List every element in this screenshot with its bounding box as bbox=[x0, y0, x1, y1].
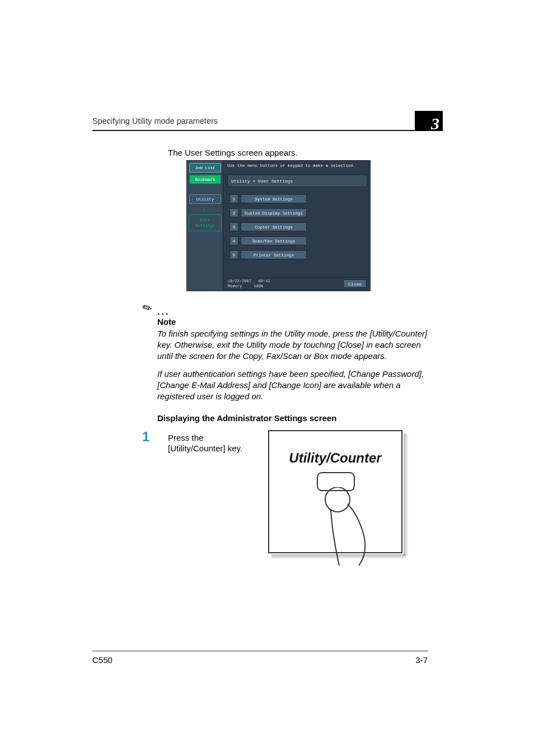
footer-rule bbox=[92, 651, 428, 651]
item-label: Copier Settings bbox=[241, 222, 307, 231]
memory-label: Memory bbox=[228, 284, 242, 288]
user-settings-button[interactable]: User Settings bbox=[189, 214, 222, 231]
note-icon: ✎ bbox=[139, 300, 154, 316]
illustration-shadow bbox=[404, 433, 409, 556]
bookmark-button[interactable]: Bookmark bbox=[189, 175, 221, 184]
screenshot-sidebar: Job List Bookmark Utility ↓ User Setting… bbox=[187, 161, 223, 291]
illustration-shadow bbox=[271, 554, 406, 559]
item-number: 4 bbox=[229, 236, 238, 245]
memory-value: 100% bbox=[254, 284, 263, 288]
header-rule bbox=[92, 130, 428, 131]
screenshot-footer: 10/22/2007 09:42 Memory 100% Close bbox=[223, 277, 370, 291]
item-label: System Settings bbox=[241, 194, 307, 203]
item-number: 3 bbox=[229, 222, 238, 231]
item-number: 1 bbox=[229, 194, 238, 203]
device-screenshot: Job List Bookmark Utility ↓ User Setting… bbox=[186, 160, 371, 291]
note-dots: ... bbox=[157, 307, 170, 317]
running-header: Specifying Utility mode parameters bbox=[92, 116, 428, 125]
utility-button[interactable]: Utility bbox=[189, 194, 221, 204]
note-paragraph-1: To finish specifying settings in the Uti… bbox=[157, 328, 429, 362]
note-paragraph-2: If user authentication settings have bee… bbox=[157, 368, 429, 402]
chapter-badge: 3 bbox=[415, 111, 443, 131]
down-arrow-icon: ↓ bbox=[203, 207, 206, 213]
time-value: 09:42 bbox=[259, 279, 270, 283]
item-number: 5 bbox=[229, 250, 238, 259]
date-value: 10/22/2007 bbox=[228, 279, 251, 283]
utility-counter-illustration: Utility/Counter bbox=[268, 430, 402, 553]
breadcrumb: Utility > User Settings bbox=[227, 175, 367, 187]
step-number: 1 bbox=[142, 429, 149, 445]
hand-press-icon bbox=[320, 487, 387, 566]
subheading: Displaying the Administrator Settings sc… bbox=[157, 413, 336, 423]
footer-left: C550 bbox=[92, 655, 113, 665]
illustration-title: Utility/Counter bbox=[269, 450, 401, 466]
item-label: Scan/Fax Settings bbox=[241, 236, 307, 245]
svg-point-1 bbox=[325, 487, 350, 512]
item-number: 2 bbox=[229, 208, 238, 217]
item-label: Custom Display Settings bbox=[241, 208, 307, 217]
intro-text: The User Settings screen appears. bbox=[168, 148, 298, 157]
datetime-memory: 10/22/2007 09:42 Memory 100% bbox=[228, 279, 270, 289]
top-message: Use the menu buttons or keypad to make a… bbox=[227, 164, 356, 168]
joblist-button[interactable]: Job List bbox=[189, 163, 221, 172]
step-text: Press the [Utility/Counter] key. bbox=[168, 432, 259, 454]
close-button[interactable]: Close bbox=[343, 279, 367, 288]
page: Specifying Utility mode parameters 3 The… bbox=[0, 0, 534, 756]
item-label: Printer Settings bbox=[241, 250, 307, 259]
note-label: Note bbox=[157, 317, 176, 326]
footer-right: 3-7 bbox=[415, 655, 428, 665]
chapter-number: 3 bbox=[431, 114, 439, 133]
